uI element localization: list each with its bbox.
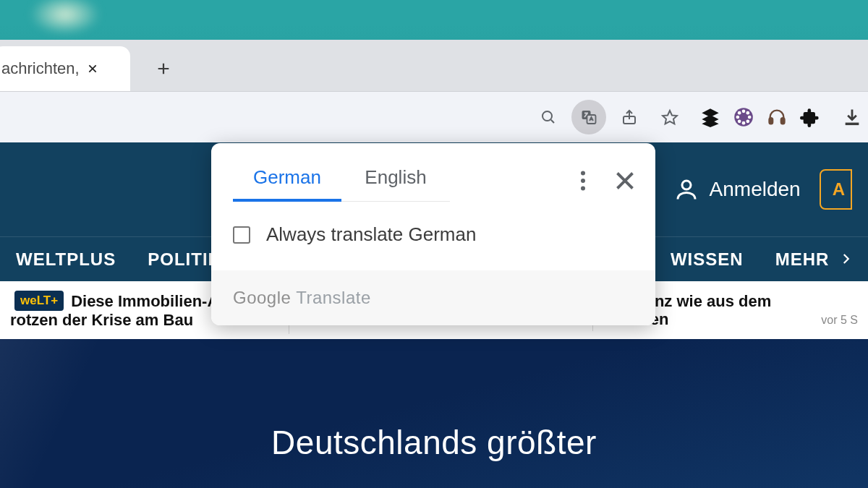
download-icon[interactable] <box>842 107 862 127</box>
translate-body: Always translate German <box>211 202 655 270</box>
desktop-wallpaper <box>0 0 868 40</box>
svg-point-9 <box>748 116 752 119</box>
svg-point-0 <box>542 111 552 121</box>
translate-footer: Google Translate <box>211 270 655 325</box>
translate-tabs: German English <box>211 143 655 202</box>
svg-rect-15 <box>781 118 785 124</box>
browser-toolbar <box>0 92 868 142</box>
always-translate-checkbox[interactable] <box>233 226 250 244</box>
svg-point-16 <box>682 181 691 189</box>
user-icon <box>673 176 699 202</box>
tab-title: achrichten, <box>1 59 80 78</box>
ticker-badge: weLT+ <box>14 291 64 311</box>
svg-point-6 <box>742 110 746 114</box>
translate-tab-target[interactable]: English <box>341 159 450 202</box>
tab-active[interactable]: achrichten, <box>0 46 130 91</box>
svg-point-7 <box>742 121 746 125</box>
ticker-headline: Diese Immobilien-Anl <box>71 292 233 310</box>
ticker-subline: rotzen der Krise am Bau <box>10 311 193 329</box>
svg-point-10 <box>738 111 741 115</box>
close-tab-icon[interactable] <box>85 61 100 76</box>
translate-popup: German English Always translate German G… <box>211 143 655 325</box>
cta-button-cut[interactable]: A <box>820 169 852 210</box>
nav-wissen[interactable]: WISSEN <box>655 249 760 270</box>
browser-chrome: achrichten, <box>0 40 868 142</box>
star-icon[interactable] <box>652 100 687 134</box>
tab-track <box>341 201 450 202</box>
search-icon[interactable] <box>531 100 566 134</box>
ticker-time: vor 5 S <box>821 314 858 327</box>
svg-marker-4 <box>663 111 677 124</box>
svg-point-11 <box>746 111 750 115</box>
svg-point-13 <box>746 120 750 124</box>
svg-point-8 <box>736 116 740 119</box>
login-label: Anmelden <box>710 178 801 201</box>
extension-headphones-icon[interactable] <box>767 107 787 127</box>
hero-banner: Deutschlands größter <box>0 339 868 488</box>
nav-weltplus[interactable]: WELTPLUS <box>0 249 132 270</box>
hero-decoration <box>0 339 159 488</box>
toolbar-icons <box>531 100 687 134</box>
close-popup-icon[interactable] <box>612 168 638 194</box>
chevron-right-icon <box>839 249 852 269</box>
more-options-icon[interactable] <box>570 168 596 194</box>
footer-word: Translate <box>296 288 371 307</box>
extension-icons <box>700 107 862 127</box>
extensions-menu-icon[interactable] <box>800 107 820 127</box>
login-button[interactable]: Anmelden <box>673 176 801 202</box>
translate-tab-source[interactable]: German <box>233 159 341 202</box>
svg-rect-14 <box>770 118 773 124</box>
hero-headline: Deutschlands größter <box>271 423 597 462</box>
svg-point-19 <box>581 186 585 190</box>
footer-brand: Google <box>233 288 291 307</box>
nav-mehr[interactable]: MEHR <box>760 249 868 270</box>
svg-point-18 <box>581 179 585 183</box>
extension-flower-icon[interactable] <box>733 107 754 127</box>
always-translate-label: Always translate German <box>266 223 476 246</box>
translate-icon[interactable] <box>571 100 606 134</box>
wallpaper-blob <box>14 0 123 36</box>
new-tab-button[interactable] <box>149 54 178 83</box>
svg-point-17 <box>581 171 585 175</box>
share-icon[interactable] <box>612 100 647 134</box>
svg-point-12 <box>738 120 741 124</box>
tab-underline <box>233 199 341 202</box>
extension-buffer-icon[interactable] <box>700 107 720 127</box>
tab-strip: achrichten, <box>0 40 868 92</box>
nav-mehr-label: MEHR <box>775 249 830 269</box>
